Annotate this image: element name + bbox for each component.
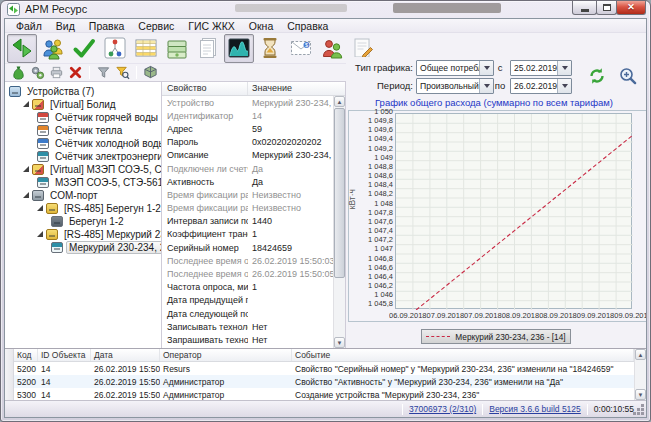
- expander-icon[interactable]: [22, 100, 31, 109]
- tree-node[interactable]: Устройства (7): [5, 85, 161, 98]
- scroll-up-icon[interactable]: ▲: [635, 349, 646, 360]
- plot-area[interactable]: [395, 113, 632, 309]
- table-row[interactable]: 5200 14 26.02.2019 15:50:05 Resurs Свойс…: [14, 362, 634, 375]
- date-from-picker[interactable]: 25.02.2019: [510, 60, 572, 76]
- resize-grip[interactable]: [641, 412, 644, 415]
- filter-search-button[interactable]: [113, 65, 132, 81]
- chevron-down-icon[interactable]: [557, 79, 571, 93]
- chart-type-select[interactable]: Общее потребление: [416, 60, 494, 76]
- tree-node[interactable]: Счётчик холодной воды: [5, 137, 161, 150]
- expander-icon[interactable]: [22, 191, 31, 200]
- tree-node[interactable]: [RS-485] Меркурий 230-234, 236: [5, 228, 161, 241]
- menu-item[interactable]: Вид: [49, 19, 82, 33]
- property-row[interactable]: Интервал записи пока... 1440: [162, 215, 333, 228]
- menu-item[interactable]: Сервис: [131, 19, 181, 33]
- tree-node[interactable]: [Virtual] Болид: [5, 98, 161, 111]
- title-bar[interactable]: АРМ Ресурс ✕: [1, 1, 650, 18]
- log-object-id: 14: [38, 377, 91, 387]
- tree-node[interactable]: Меркурий 230-234, 236: [5, 241, 161, 254]
- chevron-down-icon[interactable]: [479, 61, 493, 75]
- minimize-button[interactable]: [572, 1, 597, 15]
- property-row[interactable]: Записывать технологи... Нет: [162, 320, 333, 333]
- tree-node[interactable]: [Virtual] МЗЭП СОЭ-5, СТЭ-561: [5, 163, 161, 176]
- property-row[interactable]: Подключен ли счетчик Да: [162, 162, 333, 175]
- add-sack-button[interactable]: [9, 65, 28, 81]
- version-link[interactable]: Версия 3.6.6 build 5125: [489, 404, 581, 414]
- property-row[interactable]: Последнее время ответа 26.02.2019 15:50:…: [162, 267, 333, 280]
- abonents-button[interactable]: [317, 34, 347, 63]
- abonent-groups-button[interactable]: [38, 34, 68, 63]
- bills-button[interactable]: $: [286, 34, 316, 63]
- maximize-button[interactable]: [596, 1, 617, 15]
- property-row[interactable]: Активность Да: [162, 175, 333, 188]
- property-row[interactable]: Время фиксации раско... Неизвестно: [162, 188, 333, 201]
- log-column-header[interactable]: ID Объекта: [38, 349, 91, 361]
- tree-node[interactable]: [RS-485] Берегун 1-2: [5, 202, 161, 215]
- tree-node[interactable]: МЗЭП СОЭ-5, СТЭ-561: [5, 176, 161, 189]
- log-column-header[interactable]: Оператор: [160, 349, 292, 361]
- menu-item[interactable]: Окна: [242, 19, 280, 33]
- exchange-devices-button[interactable]: [7, 34, 37, 63]
- scroll-up-icon[interactable]: ▲: [334, 96, 345, 107]
- property-row[interactable]: Запрашивать техноло... Нет: [162, 333, 333, 346]
- table-row[interactable]: 5200 14 26.02.2019 15:50:03 Администрато…: [14, 375, 634, 388]
- menu-item[interactable]: ГИС ЖКХ: [181, 19, 242, 33]
- history-button[interactable]: [255, 34, 285, 63]
- refresh-icon: [587, 66, 607, 86]
- scroll-down-icon[interactable]: ▼: [334, 337, 345, 348]
- tree-node[interactable]: Счётчик электроэнергии: [5, 150, 161, 163]
- log-column-header[interactable]: Код: [14, 349, 38, 361]
- property-row[interactable]: Идентификатор 14: [162, 109, 333, 122]
- expander-icon[interactable]: [36, 204, 45, 213]
- tree-node[interactable]: Счётчик горячей воды: [5, 111, 161, 124]
- property-row[interactable]: Дата следующей пове...: [162, 307, 333, 320]
- refresh-button[interactable]: [586, 65, 608, 87]
- device-icon: [37, 112, 49, 123]
- export-cube-button[interactable]: [141, 65, 160, 81]
- scroll-down-icon[interactable]: ▼: [635, 389, 646, 400]
- property-row[interactable]: Коэффициент трансфо... 1: [162, 228, 333, 241]
- expander-icon[interactable]: [36, 230, 45, 239]
- records-counter-link[interactable]: 37006973 (2/310): [409, 404, 476, 414]
- menu-item[interactable]: Файл: [9, 19, 49, 33]
- property-name: Дата предыдущей пов...: [162, 295, 248, 305]
- payments-button[interactable]: [162, 34, 192, 63]
- menu-item[interactable]: Правка: [82, 19, 131, 33]
- close-button[interactable]: ✕: [616, 1, 646, 15]
- delete-button[interactable]: [66, 65, 85, 81]
- confirm-button[interactable]: [69, 34, 99, 63]
- filter-button[interactable]: [94, 65, 113, 81]
- tree-node[interactable]: Берегун 1-2: [5, 215, 161, 228]
- tree-node[interactable]: Счётчик тепла: [5, 124, 161, 137]
- property-row[interactable]: Пароль 0x020202020202: [162, 136, 333, 149]
- log-column-header[interactable]: Дата: [91, 349, 160, 361]
- scroll-thumb[interactable]: [334, 108, 345, 278]
- log-scrollbar[interactable]: ▲ ▼: [634, 349, 646, 400]
- print-device-button[interactable]: [47, 65, 66, 81]
- property-row[interactable]: Серийный номер 18424659: [162, 241, 333, 254]
- scheme-button[interactable]: [100, 34, 130, 63]
- property-row[interactable]: Дата предыдущей пов...: [162, 294, 333, 307]
- property-row[interactable]: Последнее время опроса 26.02.2019 15:50:…: [162, 254, 333, 267]
- zoom-in-button[interactable]: [617, 65, 639, 87]
- property-row[interactable]: Устройство Меркурий 230-234, 236: [162, 96, 333, 109]
- consumption-graph-button[interactable]: [224, 34, 254, 63]
- expander-icon[interactable]: [22, 165, 31, 174]
- property-row[interactable]: Частота опроса, минуты 1: [162, 281, 333, 294]
- property-column-header[interactable]: Свойство: [162, 82, 248, 95]
- property-scrollbar[interactable]: ▲ ▼: [333, 96, 345, 348]
- chevron-down-icon[interactable]: [479, 79, 493, 93]
- tree-node[interactable]: COM-порт: [5, 189, 161, 202]
- chevron-down-icon[interactable]: [557, 61, 571, 75]
- property-row[interactable]: Время фиксации раско... Неизвестно: [162, 202, 333, 215]
- property-row[interactable]: Описание Меркурий 230-234, 236: [162, 149, 333, 162]
- property-row[interactable]: Адрес 59: [162, 122, 333, 135]
- value-column-header[interactable]: Значение: [248, 82, 345, 95]
- tariff-table-button[interactable]: [131, 34, 161, 63]
- date-to-picker[interactable]: 26.02.2019: [510, 78, 572, 94]
- menu-item[interactable]: Справка: [280, 19, 335, 33]
- documents-button[interactable]: [193, 34, 223, 63]
- log-column-header[interactable]: Событие: [292, 349, 634, 361]
- period-select[interactable]: Произвольный период: [416, 78, 494, 94]
- gears-button[interactable]: [28, 65, 47, 81]
